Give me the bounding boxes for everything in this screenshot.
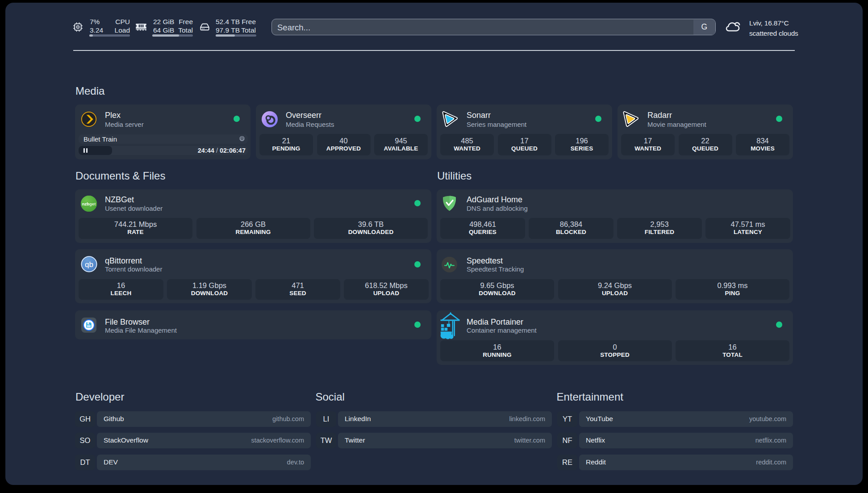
svg-text:qb: qb (85, 260, 93, 269)
svg-text:nzbget: nzbget (82, 201, 96, 206)
